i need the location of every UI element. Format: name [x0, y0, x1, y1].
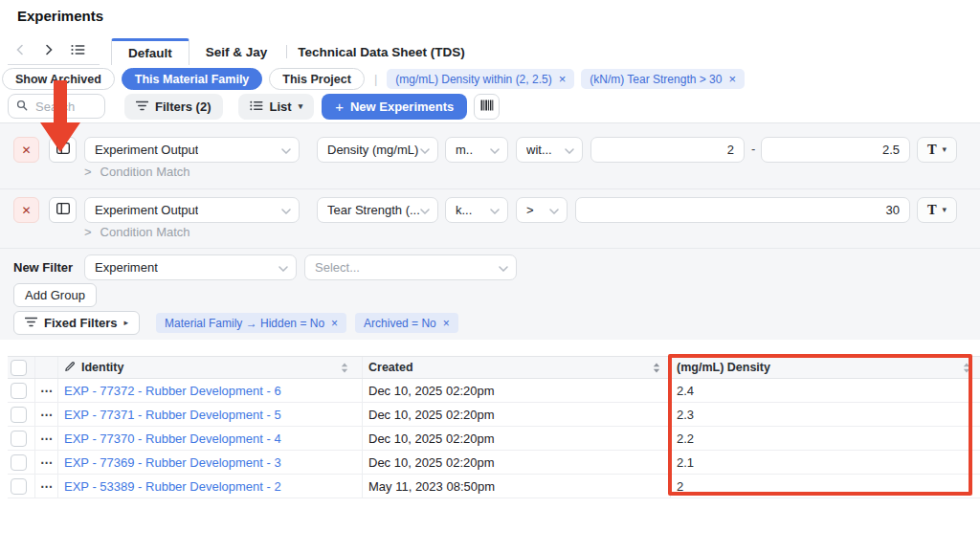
entity-select[interactable]: Experiment Output: [84, 197, 300, 223]
row-menu-button[interactable]: ⋯: [40, 479, 54, 494]
new-filter-field-select[interactable]: Select...: [304, 254, 517, 280]
chevron-down-icon: [278, 260, 288, 275]
remove-density-chip-icon[interactable]: ×: [559, 73, 567, 85]
next-view-button[interactable]: [36, 40, 61, 63]
row-menu-button[interactable]: ⋯: [40, 431, 54, 446]
chevron-down-icon: [420, 203, 430, 217]
this-project-toggle[interactable]: This Project: [269, 68, 365, 90]
identity-cell: EXP - 77371 - Rubber Development - 5: [57, 403, 362, 426]
entity-select[interactable]: Experiment Output: [84, 137, 300, 163]
remove-fixed-chip-icon[interactable]: ×: [443, 317, 450, 330]
filters-button[interactable]: Filters (2): [124, 94, 223, 120]
filter-builder-panel: ✕ Experiment Output Density (mg/mL) m.. …: [0, 122, 980, 340]
table-row: ⋯ EXP - 77372 - Rubber Development - 6 D…: [8, 379, 980, 403]
filter-lines-icon: [136, 100, 148, 114]
pencil-icon: [64, 361, 76, 375]
fixed-filters-button[interactable]: Fixed Filters ▸: [13, 311, 140, 335]
max-value-input[interactable]: [761, 137, 910, 163]
row-checkbox[interactable]: [11, 454, 27, 471]
tab-technical-data-sheet[interactable]: Technical Data Sheet (TDS): [290, 38, 481, 65]
unit-select-value: k...: [456, 203, 472, 217]
value-input[interactable]: [575, 197, 910, 223]
add-as-column-button[interactable]: [49, 197, 77, 223]
column-layout-icon: [56, 143, 70, 157]
new-filter-entity-value: Experiment: [95, 260, 158, 275]
experiment-link[interactable]: EXP - 77370 - Rubber Development - 4: [64, 431, 281, 446]
row-checkbox[interactable]: [11, 478, 27, 495]
row-checkbox[interactable]: [11, 383, 27, 399]
delete-filter-button[interactable]: ✕: [13, 197, 39, 223]
this-material-family-toggle[interactable]: This Material Family: [122, 68, 262, 90]
condition-match-toggle[interactable]: > Condition Match: [84, 225, 190, 239]
tab-seif-and-jay[interactable]: Seif & Jay: [189, 38, 284, 65]
chevron-down-icon: [565, 143, 574, 157]
condition-match-toggle[interactable]: > Condition Match: [84, 165, 190, 179]
operator-select[interactable]: >: [516, 197, 568, 223]
row-menu-cell: ⋯: [34, 427, 57, 450]
chevron-down-icon: [490, 143, 500, 157]
delete-filter-button[interactable]: ✕: [13, 137, 39, 163]
header-created[interactable]: Created: [362, 357, 670, 378]
row-menu-button[interactable]: ⋯: [40, 384, 54, 398]
tab-divider: [286, 45, 287, 58]
new-filter-entity-select[interactable]: Experiment: [84, 254, 297, 280]
operator-select[interactable]: wit...: [516, 137, 583, 163]
new-experiments-button[interactable]: + New Experiments: [322, 94, 467, 120]
row-checkbox[interactable]: [11, 431, 27, 447]
header-density[interactable]: (mg/mL) Density: [670, 357, 980, 378]
remove-tear-strength-chip-icon[interactable]: ×: [728, 73, 736, 85]
select-all-checkbox[interactable]: [11, 360, 27, 376]
row-checkbox[interactable]: [11, 407, 27, 423]
row-menu-cell: ⋯: [34, 475, 57, 498]
filter-lines-icon: [25, 316, 37, 330]
chevron-down-icon: [420, 143, 430, 157]
row-menu-button[interactable]: ⋯: [40, 455, 54, 470]
filter-panel-footer: New Filter Experiment Select... Add Grou…: [0, 249, 980, 342]
density-cell: 2: [670, 475, 980, 498]
created-cell: Dec 10, 2025 02:20pm: [362, 379, 670, 402]
field-select[interactable]: Density (mg/mL): [317, 137, 438, 163]
value-type-button[interactable]: T ▾: [917, 137, 957, 163]
tab-seif-and-jay-label: Seif & Jay: [206, 45, 268, 59]
fixed-chip-archived[interactable]: Archived = No ×: [355, 313, 458, 333]
created-cell: May 11, 2023 08:50pm: [362, 475, 670, 498]
unit-select[interactable]: k...: [445, 197, 508, 223]
barcode-button[interactable]: [474, 94, 500, 120]
show-archived-toggle[interactable]: Show Archived: [2, 68, 115, 90]
min-value-input[interactable]: [590, 137, 745, 163]
created-header-label: Created: [368, 361, 413, 374]
experiment-link[interactable]: EXP - 77372 - Rubber Development - 6: [64, 384, 281, 398]
fixed-chip-label: Archived = No: [364, 317, 436, 330]
table-row: ⋯ EXP - 77371 - Rubber Development - 5 D…: [8, 403, 980, 427]
add-group-button[interactable]: Add Group: [13, 283, 97, 307]
sort-icon[interactable]: [341, 363, 348, 373]
tab-default[interactable]: Default: [111, 38, 189, 65]
row-menu-button[interactable]: ⋯: [40, 408, 54, 422]
search-input[interactable]: [33, 99, 97, 115]
header-identity[interactable]: Identity: [57, 357, 362, 378]
caret-down-icon: ▾: [943, 145, 947, 154]
remove-fixed-chip-icon[interactable]: ×: [331, 317, 338, 330]
sort-icon[interactable]: [963, 363, 970, 373]
filter-chip-tear-strength[interactable]: (kN/m) Tear Strength > 30 ×: [581, 69, 745, 89]
search-box[interactable]: [8, 94, 105, 119]
row-checkbox-cell: [8, 475, 34, 498]
unit-select[interactable]: m..: [445, 137, 508, 163]
add-as-column-button[interactable]: [49, 137, 77, 163]
density-cell: 2.1: [670, 451, 980, 474]
created-cell: Dec 10, 2025 02:20pm: [362, 451, 670, 474]
chips-separator: |: [371, 72, 380, 86]
fixed-chip-material-family-hidden[interactable]: Material Family → Hidden = No ×: [156, 313, 346, 333]
prev-view-button[interactable]: [8, 40, 33, 63]
row-checkbox-cell: [8, 451, 34, 474]
experiment-link[interactable]: EXP - 53389 - Rubber Development - 2: [64, 479, 281, 494]
quick-filters-row: Show Archived This Material Family This …: [2, 68, 745, 90]
view-list-button[interactable]: [65, 40, 90, 63]
field-select[interactable]: Tear Strength (...: [317, 197, 438, 223]
sort-icon[interactable]: [653, 363, 660, 373]
experiment-link[interactable]: EXP - 77371 - Rubber Development - 5: [64, 408, 281, 422]
experiment-link[interactable]: EXP - 77369 - Rubber Development - 3: [64, 455, 281, 470]
filter-chip-density[interactable]: (mg/mL) Density within (2, 2.5) ×: [387, 69, 574, 89]
list-view-dropdown[interactable]: List ▾: [238, 94, 315, 120]
value-type-button[interactable]: T ▾: [917, 197, 957, 223]
